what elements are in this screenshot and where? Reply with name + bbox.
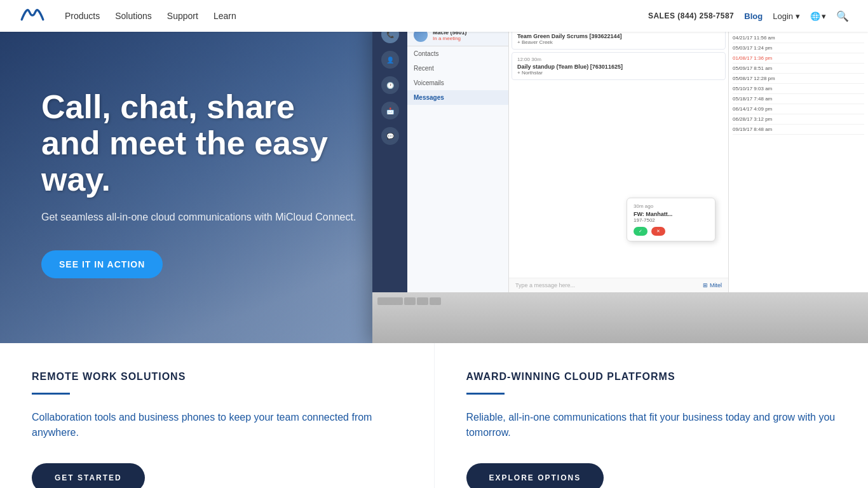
app-sidebar: 📞 👤 🕐 📩 💬	[372, 19, 407, 292]
call-log-row: 04/21/17 11:56 am	[733, 33, 864, 43]
fw-time: 30m ago	[634, 203, 709, 209]
laptop-mockup: 📞 👤 🕐 📩 💬 Macie (5601) In a meeting Cont…	[372, 19, 868, 343]
cloud-platforms-divider	[466, 393, 505, 395]
fw-actions: ✓ ✕	[634, 227, 709, 236]
call-log-row-highlighted: 01/08/17 1:36 pm	[733, 53, 864, 64]
app-nav-panel: Macie (5601) In a meeting Contacts Recen…	[407, 19, 509, 292]
call-log-row: 05/18/17 7:48 am	[733, 94, 864, 104]
call-log-row: 06/14/17 4:09 pm	[733, 104, 864, 114]
panel-contacts[interactable]: Contacts	[407, 46, 508, 61]
fw-accept[interactable]: ✓	[634, 227, 648, 236]
call-log-row: 09/19/17 8:48 am	[733, 125, 864, 135]
navbar: Products Solutions Support Learn SALES (…	[0, 0, 868, 32]
blog-link[interactable]: Blog	[744, 11, 763, 21]
sidebar-icon-contacts: 👤	[381, 51, 399, 69]
sidebar-icon-clock: 🕐	[381, 76, 399, 94]
see-it-action-button[interactable]: SEE IT IN ACTION	[41, 250, 163, 278]
nav-products[interactable]: Products	[65, 11, 100, 21]
nav-links: Products Solutions Support Learn	[65, 10, 236, 22]
navbar-left: Products Solutions Support Learn	[19, 7, 236, 25]
login-button[interactable]: Login ▾	[773, 11, 800, 21]
mitel-watermark: ⊞ Mitel	[703, 282, 722, 288]
fw-decline[interactable]: ✕	[651, 227, 665, 236]
meeting-title-1: Team Green Daily Scrums [393622144]	[517, 33, 720, 39]
call-log-row: 05/03/17 1:24 pm	[733, 43, 864, 53]
fw-number: 197-7502	[634, 217, 709, 223]
meeting-item-2: 12:00 30m Daily standup (Team Blue) [763…	[512, 52, 726, 80]
hero-subtitle: Get seamless all-in-one cloud communicat…	[41, 210, 359, 225]
cloud-platforms-title: AWARD-WINNING CLOUD PLATFORMS	[466, 371, 837, 383]
message-input-area: Type a message here... ⊞ Mitel	[509, 278, 728, 292]
nav-learn[interactable]: Learn	[214, 11, 236, 21]
panel-voicemails[interactable]: Voicemails	[407, 76, 508, 90]
search-icon: 🔍	[836, 11, 849, 22]
call-log-row: 05/09/17 8:51 am	[733, 64, 864, 74]
search-button[interactable]: 🔍	[836, 10, 849, 22]
laptop-screen: 📞 👤 🕐 📩 💬 Macie (5601) In a meeting Cont…	[372, 19, 868, 292]
call-log-row: 05/08/17 12:28 pm	[733, 74, 864, 84]
globe-icon: 🌐	[810, 11, 820, 21]
nav-support[interactable]: Support	[167, 11, 198, 21]
cloud-platforms-text: Reliable, all-in-one communications that…	[466, 410, 837, 440]
panel-messages[interactable]: Messages	[407, 90, 508, 105]
navbar-right: SALES (844) 258-7587 Blog Login ▾ 🌐 ▾ 🔍	[648, 10, 849, 22]
call-log-panel: Calls ▾ 04/21/17 11:56 am 05/03/17 1:24 …	[728, 19, 868, 292]
mitel-logo[interactable]	[19, 7, 46, 25]
remote-work-divider	[32, 393, 70, 395]
meeting-sub-1: + Beaver Creek	[517, 39, 720, 45]
get-started-button[interactable]: GET STARTED	[32, 463, 145, 488]
sidebar-icon-message: 💬	[381, 127, 399, 145]
hero-section: 📞 👤 🕐 📩 💬 Macie (5601) In a meeting Cont…	[0, 0, 868, 343]
fw-title: FW: Manhatt...	[634, 211, 709, 217]
chevron-down-icon: ▾	[822, 11, 826, 21]
remote-work-text: Collaboration tools and business phones …	[32, 410, 402, 440]
cards-section: REMOTE WORK SOLUTIONS Collaboration tool…	[0, 343, 868, 488]
app-main-area: 11:30 15m Team Green Daily Scrums [39362…	[509, 19, 728, 292]
meeting-title-2: Daily standup (Team Blue) [763011625]	[517, 64, 720, 70]
cloud-platforms-card: AWARD-WINNING CLOUD PLATFORMS Reliable, …	[435, 343, 869, 488]
remote-work-title: REMOTE WORK SOLUTIONS	[32, 371, 402, 383]
laptop-keyboard	[372, 292, 868, 343]
sidebar-icon-voicemail: 📩	[381, 102, 399, 119]
meeting-time-2: 12:00 30m	[517, 57, 720, 62]
sales-number: SALES (844) 258-7587	[648, 11, 734, 20]
meeting-sub-2: + Northstar	[517, 70, 720, 76]
hero-content: Call, chat, share and meet the easy way.…	[41, 89, 359, 278]
panel-recent[interactable]: Recent	[407, 61, 508, 76]
nav-solutions[interactable]: Solutions	[115, 11, 152, 21]
hero-title: Call, chat, share and meet the easy way.	[41, 89, 359, 198]
user-status: In a meeting	[433, 36, 467, 41]
message-placeholder: Type a message here...	[515, 282, 575, 288]
remote-work-card: REMOTE WORK SOLUTIONS Collaboration tool…	[0, 343, 434, 488]
explore-options-button[interactable]: EXPLORE OPTIONS	[466, 463, 604, 488]
call-log-list: 04/21/17 11:56 am 05/03/17 1:24 pm 01/08…	[733, 33, 864, 135]
language-button[interactable]: 🌐 ▾	[810, 11, 826, 21]
fw-notification: 30m ago FW: Manhatt... 197-7502 ✓ ✕	[627, 198, 715, 241]
call-log-row: 06/28/17 3:12 pm	[733, 114, 864, 125]
chevron-down-icon: ▾	[796, 11, 800, 21]
call-log-row: 05/10/17 9:03 am	[733, 84, 864, 94]
